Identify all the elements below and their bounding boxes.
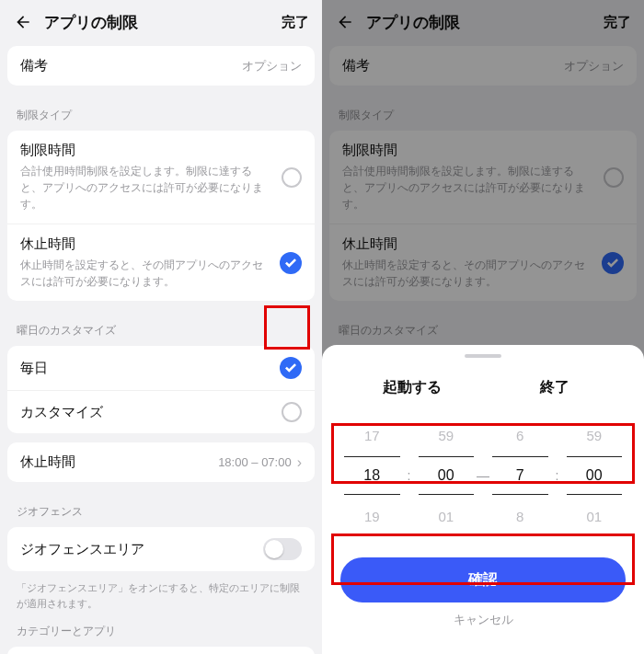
days-every-option[interactable]: 毎日 — [7, 346, 315, 391]
downtime-desc: 休止時間を設定すると、その間アプリへのアクセスには許可が必要になります。 — [20, 257, 270, 290]
back-icon[interactable] — [13, 12, 33, 32]
start-hour-column[interactable]: 17 18 19 — [344, 414, 400, 537]
start-label: 起動する — [340, 378, 483, 397]
radio-unselected-icon[interactable] — [282, 402, 302, 422]
limit-time-desc: 合計使用時間制限を設定します。制限に達すると、アプリへのアクセスには許可が必要に… — [20, 163, 272, 212]
settings-screen-modal: アプリの制限 完了 備考 オプション 制限タイプ 制限時間 合計使用時間制限を設… — [322, 0, 644, 654]
check-icon[interactable] — [280, 252, 302, 274]
end-minute-column[interactable]: 59 00 01 — [567, 414, 623, 537]
geo-help-text: 「ジオフェンスエリア」をオンにすると、特定のエリアに制限が適用されます。 — [0, 580, 322, 622]
geo-label: ジオフェンスエリア — [20, 541, 263, 558]
time-picker[interactable]: 17 18 19 : 59 00 01 — 6 7 8 : 59 00 01 — [322, 414, 644, 537]
days-custom-option[interactable]: カスタマイズ — [7, 391, 315, 433]
end-hour-column[interactable]: 6 7 8 — [492, 414, 548, 537]
limit-time-option[interactable]: 制限時間 合計使用時間制限を設定します。制限に達すると、アプリへのアクセスには許… — [7, 131, 315, 224]
app-row-gmail[interactable]: Gmail − — [7, 647, 315, 654]
limit-time-title: 制限時間 — [20, 142, 272, 159]
memo-hint: オプション — [242, 58, 302, 75]
settings-screen: アプリの制限 完了 備考 オプション 制限タイプ 制限時間 合計使用時間制限を設… — [0, 0, 322, 654]
memo-label: 備考 — [20, 57, 242, 75]
page-title: アプリの制限 — [44, 12, 282, 33]
radio-unselected-icon[interactable] — [282, 167, 302, 188]
days-custom-label: カスタマイズ — [20, 404, 272, 421]
section-days-label: 曜日のカスタマイズ — [0, 310, 322, 346]
downtime-range-label: 休止時間 — [20, 453, 218, 471]
section-type-label: 制限タイプ — [0, 95, 322, 131]
cancel-button[interactable]: キャンセル — [322, 612, 644, 628]
section-geo-label: ジオフェンス — [0, 491, 322, 527]
days-every-label: 毎日 — [20, 360, 270, 377]
downtime-range-row[interactable]: 休止時間 18:00 – 07:00 › — [7, 442, 315, 482]
done-button[interactable]: 完了 — [282, 14, 309, 31]
geo-toggle[interactable] — [263, 538, 302, 560]
start-minute-column[interactable]: 59 00 01 — [419, 414, 475, 537]
downtime-option[interactable]: 休止時間 休止時間を設定すると、その間アプリへのアクセスには許可が必要になります… — [7, 224, 315, 301]
sheet-handle[interactable] — [465, 354, 501, 358]
header: アプリの制限 完了 — [0, 0, 322, 44]
chevron-right-icon: › — [297, 454, 302, 471]
time-picker-sheet: 起動する 終了 17 18 19 : 59 00 01 — 6 7 8 : — [322, 345, 644, 654]
downtime-title: 休止時間 — [20, 235, 270, 253]
memo-row[interactable]: 備考 オプション — [7, 46, 315, 86]
section-apps-label: カテゴリーとアプリ — [0, 622, 322, 647]
confirm-button[interactable]: 確認 — [340, 557, 626, 602]
end-label: 終了 — [483, 378, 626, 397]
downtime-range-value: 18:00 – 07:00 — [218, 455, 292, 469]
check-icon[interactable] — [280, 357, 302, 379]
geo-row[interactable]: ジオフェンスエリア — [7, 527, 315, 571]
